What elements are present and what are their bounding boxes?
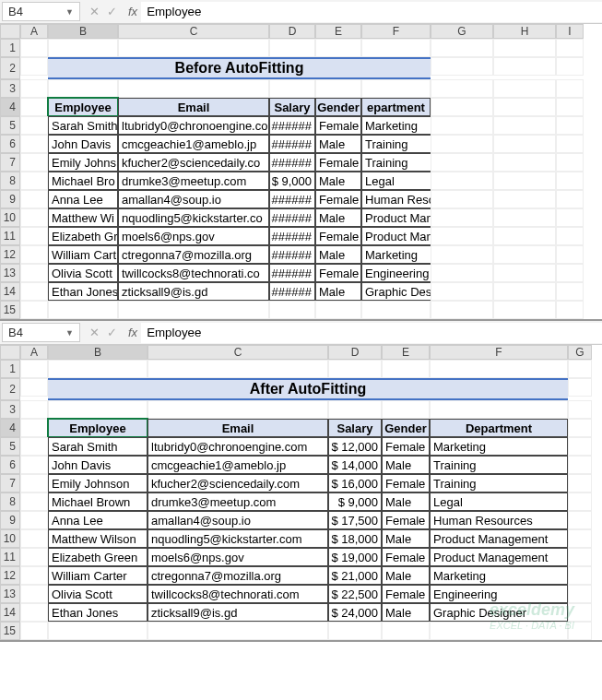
empty-cell[interactable] bbox=[568, 511, 592, 529]
cell-salary[interactable]: $ 21,000 bbox=[328, 566, 382, 585]
cell-salary[interactable]: ###### bbox=[269, 245, 315, 264]
empty-cell[interactable] bbox=[20, 301, 48, 319]
col-header[interactable]: D bbox=[269, 24, 315, 39]
cell-department[interactable]: Product Management bbox=[361, 227, 431, 245]
col-header[interactable]: D bbox=[328, 345, 382, 360]
cell-gender[interactable]: Female bbox=[315, 190, 361, 208]
cell-email[interactable]: zticksall9@is.gd bbox=[148, 603, 328, 622]
empty-cell[interactable] bbox=[568, 378, 592, 397]
row-header[interactable]: 4 bbox=[0, 98, 20, 116]
empty-cell[interactable] bbox=[493, 208, 556, 227]
cell-employee[interactable]: John Davis bbox=[48, 135, 118, 153]
cell-email[interactable]: moels6@nps.gov bbox=[118, 227, 269, 245]
empty-cell[interactable] bbox=[568, 360, 592, 378]
empty-cell[interactable] bbox=[568, 529, 592, 548]
cell-employee[interactable]: John Davis bbox=[48, 456, 148, 474]
empty-cell[interactable] bbox=[20, 227, 48, 245]
empty-cell[interactable] bbox=[556, 153, 584, 172]
empty-cell[interactable] bbox=[148, 360, 328, 378]
select-all-corner[interactable] bbox=[0, 345, 20, 360]
row-header[interactable]: 13 bbox=[0, 264, 20, 282]
cancel-icon[interactable]: ✕ bbox=[89, 326, 100, 339]
empty-cell[interactable] bbox=[493, 39, 556, 57]
empty-cell[interactable] bbox=[20, 172, 48, 190]
cell-gender[interactable]: Male bbox=[315, 282, 361, 301]
cell-salary[interactable]: $ 16,000 bbox=[328, 474, 382, 492]
header-email[interactable]: Email bbox=[118, 98, 269, 116]
empty-cell[interactable] bbox=[568, 474, 592, 492]
col-header[interactable]: C bbox=[148, 345, 328, 360]
cell-department[interactable]: Marketing bbox=[430, 437, 568, 456]
cell-salary[interactable]: $ 14,000 bbox=[328, 456, 382, 474]
cell-employee[interactable]: Emily Johnson bbox=[48, 474, 148, 492]
empty-cell[interactable] bbox=[556, 245, 584, 264]
empty-cell[interactable] bbox=[20, 360, 48, 378]
empty-cell[interactable] bbox=[48, 360, 148, 378]
empty-cell[interactable] bbox=[568, 419, 592, 437]
col-header[interactable]: I bbox=[556, 24, 584, 39]
empty-cell[interactable] bbox=[493, 57, 556, 76]
empty-cell[interactable] bbox=[430, 400, 568, 419]
empty-cell[interactable] bbox=[48, 301, 118, 319]
empty-cell[interactable] bbox=[20, 116, 48, 135]
cell-employee[interactable]: Ethan Jones bbox=[48, 603, 148, 622]
cell-email[interactable]: zticksall9@is.gd bbox=[118, 282, 269, 301]
empty-cell[interactable] bbox=[118, 301, 269, 319]
empty-cell[interactable] bbox=[20, 456, 48, 474]
cell-department[interactable]: Engineering bbox=[430, 585, 568, 603]
empty-cell[interactable] bbox=[20, 190, 48, 208]
empty-cell[interactable] bbox=[493, 301, 556, 319]
col-header[interactable]: G bbox=[568, 345, 592, 360]
row-header[interactable]: 9 bbox=[0, 190, 20, 208]
empty-cell[interactable] bbox=[493, 282, 556, 301]
empty-cell[interactable] bbox=[431, 39, 493, 57]
empty-cell[interactable] bbox=[20, 400, 48, 419]
cell-employee[interactable]: William Cart bbox=[48, 245, 118, 264]
cell-salary[interactable]: $ 17,500 bbox=[328, 511, 382, 529]
row-header[interactable]: 3 bbox=[0, 79, 20, 98]
cell-salary[interactable]: ###### bbox=[269, 208, 315, 227]
empty-cell[interactable] bbox=[493, 79, 556, 98]
cell-employee[interactable]: Olivia Scott bbox=[48, 264, 118, 282]
empty-cell[interactable] bbox=[431, 57, 493, 76]
cell-department[interactable]: Product Management bbox=[361, 208, 431, 227]
cell-salary[interactable]: $ 9,000 bbox=[328, 492, 382, 511]
empty-cell[interactable] bbox=[493, 190, 556, 208]
row-header[interactable]: 11 bbox=[0, 227, 20, 245]
header-department[interactable]: epartment bbox=[361, 98, 431, 116]
fx-icon[interactable]: fx bbox=[124, 5, 141, 18]
cell-employee[interactable]: William Carter bbox=[48, 566, 148, 585]
cell-email[interactable]: amallan4@soup.io bbox=[148, 511, 328, 529]
empty-cell[interactable] bbox=[431, 227, 493, 245]
empty-cell[interactable] bbox=[431, 264, 493, 282]
empty-cell[interactable] bbox=[556, 227, 584, 245]
cell-employee[interactable]: Sarah Smith bbox=[48, 437, 148, 456]
row-header[interactable]: 11 bbox=[0, 548, 20, 566]
empty-cell[interactable] bbox=[431, 190, 493, 208]
header-email[interactable]: Email bbox=[148, 419, 328, 437]
empty-cell[interactable] bbox=[493, 245, 556, 264]
empty-cell[interactable] bbox=[431, 98, 493, 116]
empty-cell[interactable] bbox=[361, 79, 431, 98]
empty-cell[interactable] bbox=[493, 153, 556, 172]
col-header[interactable]: B bbox=[48, 24, 118, 39]
empty-cell[interactable] bbox=[269, 79, 315, 98]
empty-cell[interactable] bbox=[20, 378, 48, 397]
empty-cell[interactable] bbox=[568, 548, 592, 566]
row-header[interactable]: 2 bbox=[0, 378, 20, 400]
cell-department[interactable]: Marketing bbox=[361, 245, 431, 264]
cell-gender[interactable]: Female bbox=[315, 264, 361, 282]
chevron-down-icon[interactable]: ▼ bbox=[65, 328, 74, 338]
empty-cell[interactable] bbox=[568, 566, 592, 585]
row-header[interactable]: 7 bbox=[0, 153, 20, 172]
empty-cell[interactable] bbox=[430, 622, 568, 640]
cell-email[interactable]: twillcocks8@technorati.co bbox=[118, 264, 269, 282]
empty-cell[interactable] bbox=[20, 57, 48, 76]
name-box[interactable]: B4 ▼ bbox=[2, 323, 80, 342]
empty-cell[interactable] bbox=[556, 208, 584, 227]
cell-email[interactable]: kfucher2@sciencedaily.com bbox=[148, 474, 328, 492]
cell-salary[interactable]: $ 24,000 bbox=[328, 603, 382, 622]
empty-cell[interactable] bbox=[20, 585, 48, 603]
cell-gender[interactable]: Female bbox=[382, 548, 430, 566]
empty-cell[interactable] bbox=[20, 511, 48, 529]
